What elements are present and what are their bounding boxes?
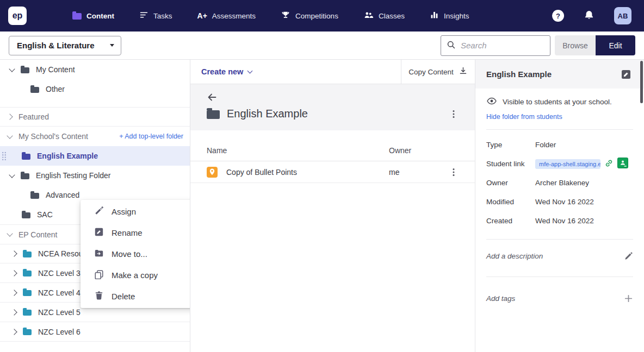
details-panel: English Example Visible to students at y…: [475, 60, 644, 352]
chevron-right-icon[interactable]: [11, 290, 17, 296]
google-classroom-icon[interactable]: [617, 158, 628, 170]
browse-edit-toggle: Browse Edit: [555, 35, 635, 55]
nav-label: Competitions: [295, 12, 338, 20]
row-kebab-menu[interactable]: [449, 167, 459, 177]
field-owner: Owner Archer Blakeney: [486, 173, 633, 192]
field-label: Modified: [486, 198, 535, 206]
sidebar-item-label: NZC Level 6: [38, 328, 81, 336]
avatar-initials: AB: [618, 12, 628, 20]
folder-contents-panel: Create new Copy Content English Example …: [190, 60, 475, 352]
chevron-right-icon[interactable]: [11, 250, 17, 256]
nav-item-competitions[interactable]: Competitions: [281, 10, 338, 22]
chevron-right-icon[interactable]: [11, 329, 17, 335]
nav-item-insights[interactable]: Insights: [430, 10, 469, 21]
create-new-button[interactable]: Create new: [190, 60, 263, 84]
eye-icon: [486, 96, 497, 108]
edit-button[interactable]: Edit: [596, 35, 635, 55]
topnav-right: ? AB: [552, 7, 636, 24]
scrollbar-thumb[interactable]: [640, 61, 643, 103]
hide-folder-link[interactable]: Hide folder from students: [486, 113, 562, 121]
field-type: Type Folder: [486, 135, 633, 154]
chevron-down-icon[interactable]: [9, 66, 15, 72]
sidebar-item-english-testing-folder[interactable]: English Testing Folder: [0, 166, 190, 185]
sidebar-section-featured[interactable]: Featured: [0, 107, 190, 127]
nav-item-classes[interactable]: Classes: [363, 10, 405, 22]
details-title: English Example: [486, 70, 552, 79]
student-link-chip[interactable]: mfe-app-shell.staging.e...: [535, 159, 600, 169]
sidebar-item-label: NZC Level 3: [38, 269, 81, 278]
sidebar-section-my-schools-content[interactable]: My School's Content + Add top-level fold…: [0, 127, 190, 146]
nav-label: Insights: [444, 12, 469, 20]
nav-item-tasks[interactable]: Tasks: [139, 10, 172, 21]
folder-icon: [30, 87, 39, 93]
folder-icon: [207, 110, 220, 119]
folder-icon: [21, 173, 29, 179]
sidebar-item-english-example[interactable]: English Example: [0, 146, 190, 166]
add-top-level-folder-link[interactable]: + Add top-level folder: [119, 133, 183, 140]
drag-handle-icon[interactable]: [2, 152, 7, 162]
context-menu-move-to[interactable]: Move to...: [81, 243, 190, 265]
folder-context-menu: Assign Rename Move to... Make a copy Del…: [81, 200, 190, 308]
trash-icon: [94, 291, 104, 302]
pencil-icon[interactable]: [624, 252, 633, 261]
bell-icon[interactable]: [584, 10, 595, 22]
search-icon: [447, 40, 456, 51]
subject-selector[interactable]: English & Literature: [9, 36, 121, 55]
chevron-down-icon[interactable]: [9, 172, 15, 178]
chevron-right-icon[interactable]: [11, 309, 17, 315]
sidebar-item-other[interactable]: Other: [0, 79, 190, 99]
column-header-name: Name: [207, 146, 389, 155]
avatar[interactable]: AB: [614, 7, 631, 24]
chevron-right-icon[interactable]: [7, 114, 13, 120]
nav-item-content[interactable]: Content: [72, 12, 114, 20]
ep-folder-icon: [23, 310, 32, 316]
sidebar-section-label: My School's Content: [18, 132, 88, 141]
top-navigation: ep Content Tasks A+ Assessments Competit…: [0, 0, 644, 32]
folder-kebab-menu[interactable]: [449, 109, 459, 119]
item-name: Copy of Bullet Points: [226, 168, 297, 177]
chevron-right-icon[interactable]: [11, 270, 17, 276]
context-menu-label: Delete: [112, 292, 135, 301]
chevron-down-icon[interactable]: [7, 133, 13, 139]
context-menu-assign[interactable]: Assign: [81, 201, 190, 222]
sidebar-item-nzc-level-6[interactable]: NZC Level 6: [0, 322, 190, 342]
bar-chart-icon: [430, 10, 439, 21]
description-row[interactable]: Add a description: [486, 244, 633, 268]
back-button[interactable]: [207, 92, 218, 103]
copy-content-button[interactable]: Copy Content: [401, 60, 475, 84]
context-menu-rename[interactable]: Rename: [81, 222, 190, 243]
help-icon[interactable]: ?: [552, 10, 564, 22]
copy-content-label: Copy Content: [408, 68, 454, 76]
primary-nav: Content Tasks A+ Assessments Competition…: [72, 10, 469, 22]
tags-row[interactable]: Add tags: [486, 285, 633, 312]
ep-logo[interactable]: ep: [8, 7, 27, 25]
duplicate-icon: [94, 269, 104, 281]
browse-button[interactable]: Browse: [555, 35, 596, 55]
content-folder-icon: [72, 13, 82, 20]
folder-arrow-icon: [94, 248, 104, 260]
field-label: Student link: [486, 160, 535, 168]
nav-item-assessments[interactable]: A+ Assessments: [197, 11, 256, 20]
search-input[interactable]: [461, 41, 544, 50]
context-menu-make-a-copy[interactable]: Make a copy: [81, 265, 190, 286]
sidebar-item-label: English Testing Folder: [36, 171, 110, 180]
folder-icon: [22, 154, 30, 160]
table-row[interactable]: Copy of Bullet Points me: [190, 161, 475, 183]
sidebar-item-label: NZC Level 4: [38, 288, 81, 297]
ep-folder-icon: [23, 252, 32, 257]
plus-icon[interactable]: [624, 294, 633, 303]
sidebar-item-my-content[interactable]: My Content: [0, 60, 190, 79]
chevron-down-icon[interactable]: [7, 230, 13, 236]
field-created: Created Wed Nov 16 2022: [486, 211, 633, 230]
field-label: Owner: [486, 179, 535, 187]
sidebar-item-label: NZC Level 5: [38, 308, 81, 317]
edit-title-icon[interactable]: [621, 70, 631, 79]
field-modified: Modified Wed Nov 16 2022: [486, 192, 633, 211]
nav-label: Content: [86, 12, 114, 20]
chain-link-icon[interactable]: [604, 159, 614, 169]
context-menu-delete[interactable]: Delete: [81, 286, 190, 307]
ep-folder-icon: [23, 329, 32, 335]
owner-link[interactable]: Archer Blakeney: [535, 179, 589, 187]
field-label: Type: [486, 141, 535, 149]
a-plus-icon: A+: [197, 11, 207, 20]
